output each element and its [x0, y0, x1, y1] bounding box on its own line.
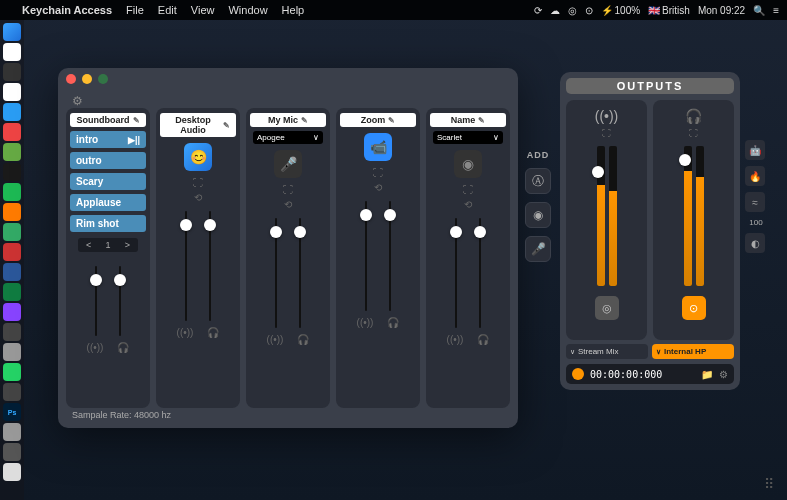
record-button[interactable] — [572, 368, 584, 380]
pencil-icon[interactable]: ✎ — [478, 116, 485, 125]
spotlight-icon[interactable]: 🔍 — [753, 5, 765, 16]
dock-item[interactable] — [3, 163, 21, 181]
dock-item[interactable]: Ps — [3, 403, 21, 421]
folder-icon[interactable]: 📁 — [701, 369, 713, 380]
add-record-button[interactable]: ◉ — [525, 202, 551, 228]
record-icon[interactable]: ◉ — [454, 150, 482, 178]
dock-item[interactable] — [3, 43, 21, 61]
app-name[interactable]: Keychain Access — [22, 4, 112, 16]
soundboard-fader-r[interactable] — [113, 266, 127, 336]
dock-item[interactable] — [3, 143, 21, 161]
pencil-icon[interactable]: ✎ — [388, 116, 395, 125]
menu-icon[interactable]: ≡ — [773, 5, 779, 16]
link-icon[interactable]: ⟲ — [194, 192, 202, 203]
headphones-icon[interactable]: 🎧 — [477, 334, 489, 345]
broadcast-icon[interactable]: ((•)) — [177, 327, 194, 338]
dock-item[interactable] — [3, 83, 21, 101]
expand-icon[interactable]: ⛶ — [193, 177, 203, 188]
channel-fader-l[interactable] — [179, 211, 193, 321]
dock-item[interactable] — [3, 343, 21, 361]
link-icon[interactable]: ⟲ — [374, 182, 382, 193]
link-icon[interactable]: ⟲ — [464, 199, 472, 210]
broadcast-icon[interactable]: ((•)) — [447, 334, 464, 345]
dest-wave-icon[interactable]: ≈ — [745, 192, 765, 212]
menu-edit[interactable]: Edit — [158, 4, 177, 16]
dock-item[interactable] — [3, 203, 21, 221]
zoom-icon[interactable]: 📹 — [364, 133, 392, 161]
dock-item[interactable] — [3, 383, 21, 401]
add-mic-button[interactable]: 🎤 — [525, 236, 551, 262]
channel-fader-r[interactable] — [203, 211, 217, 321]
channel-fader-l[interactable] — [359, 201, 373, 311]
menu-window[interactable]: Window — [228, 4, 267, 16]
headphones-icon[interactable]: 🎧 — [117, 342, 129, 353]
channel-fader-r[interactable] — [473, 218, 487, 328]
soundboard-nav[interactable]: <1> — [78, 238, 138, 252]
minimize-button[interactable] — [82, 74, 92, 84]
expand-icon[interactable]: ⛶ — [283, 184, 293, 195]
pencil-icon[interactable]: ✎ — [223, 121, 230, 130]
dock-item[interactable] — [3, 183, 21, 201]
channel-fader-l[interactable] — [269, 218, 283, 328]
output-dropdown-stream-mix[interactable]: ∨Stream Mix — [566, 344, 648, 359]
channel-fader-r[interactable] — [293, 218, 307, 328]
broadcast-icon[interactable]: ((•)) — [267, 334, 284, 345]
soundboard-item-scary[interactable]: Scary — [70, 173, 146, 190]
resize-handle[interactable]: ⠿ — [764, 476, 775, 492]
output-target-icon[interactable]: ◎ — [595, 296, 619, 320]
output-fader-knob[interactable] — [592, 166, 604, 178]
broadcast-icon[interactable]: ((•)) — [357, 317, 374, 328]
output-fader-knob[interactable] — [679, 154, 691, 166]
dock-item[interactable] — [3, 283, 21, 301]
soundboard-item-rimshot[interactable]: Rim shot — [70, 215, 146, 232]
maximize-button[interactable] — [98, 74, 108, 84]
soundboard-fader-l[interactable] — [89, 266, 103, 336]
pencil-icon[interactable]: ✎ — [301, 116, 308, 125]
link-icon[interactable]: ⟲ — [284, 199, 292, 210]
dock-item[interactable] — [3, 363, 21, 381]
dock-item[interactable] — [3, 463, 21, 481]
status-icon[interactable]: ⟳ — [534, 5, 542, 16]
gear-icon[interactable]: ⚙ — [719, 369, 728, 380]
status-icon[interactable]: ◎ — [568, 5, 577, 16]
add-app-button[interactable]: Ⓐ — [525, 168, 551, 194]
dock-item[interactable] — [3, 123, 21, 141]
headphones-icon[interactable]: 🎧 — [207, 327, 219, 338]
dest-contrast-icon[interactable]: ◐ — [745, 233, 765, 253]
dock-item[interactable] — [3, 63, 21, 81]
channel-fader-l[interactable] — [449, 218, 463, 328]
dock-item[interactable] — [3, 223, 21, 241]
dock-item[interactable] — [3, 423, 21, 441]
dest-robot-icon[interactable]: 🤖 — [745, 140, 765, 160]
dock-item[interactable] — [3, 103, 21, 121]
battery-status[interactable]: ⚡ 100% — [601, 5, 641, 16]
headphones-icon[interactable]: 🎧 — [297, 334, 309, 345]
expand-icon[interactable]: ⛶ — [689, 128, 698, 138]
dock-item[interactable] — [3, 303, 21, 321]
pencil-icon[interactable]: ✎ — [133, 116, 140, 125]
output-dropdown-internal-hp[interactable]: ∨Internal HP — [652, 344, 734, 359]
dock-item[interactable] — [3, 443, 21, 461]
dock-item[interactable] — [3, 323, 21, 341]
device-select[interactable]: Scarlet∨ — [433, 131, 503, 144]
menu-help[interactable]: Help — [282, 4, 305, 16]
headphones-icon[interactable]: 🎧 — [387, 317, 399, 328]
device-select[interactable]: Apogee∨ — [253, 131, 323, 144]
expand-icon[interactable]: ⛶ — [463, 184, 473, 195]
menu-view[interactable]: View — [191, 4, 215, 16]
language-indicator[interactable]: 🇬🇧 British — [648, 5, 690, 16]
expand-icon[interactable]: ⛶ — [602, 128, 611, 138]
output-target-icon[interactable]: ⊙ — [682, 296, 706, 320]
menu-file[interactable]: File — [126, 4, 144, 16]
dock-item[interactable] — [3, 263, 21, 281]
finder-icon[interactable]: 😊 — [184, 143, 212, 171]
clock[interactable]: Mon 09:22 — [698, 5, 745, 16]
dest-flame-icon[interactable]: 🔥 — [745, 166, 765, 186]
dock-item[interactable] — [3, 23, 21, 41]
dock-item[interactable] — [3, 243, 21, 261]
expand-icon[interactable]: ⛶ — [373, 167, 383, 178]
settings-icon[interactable]: ⚙ — [72, 94, 83, 108]
soundboard-item-intro[interactable]: intro▶|| — [70, 131, 146, 148]
channel-fader-r[interactable] — [383, 201, 397, 311]
status-icon[interactable]: ⊙ — [585, 5, 593, 16]
